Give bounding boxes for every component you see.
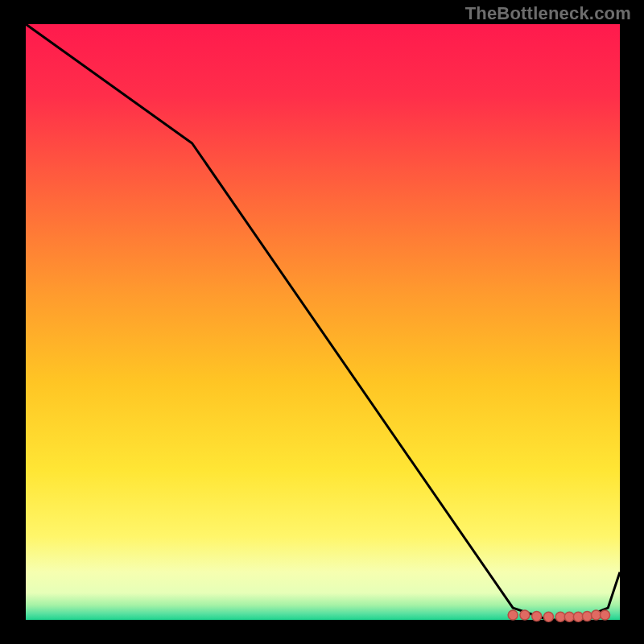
chart-marker bbox=[532, 612, 542, 621]
chart-marker bbox=[573, 612, 583, 621]
chart-marker bbox=[543, 612, 553, 621]
plot-svg bbox=[0, 0, 644, 644]
chart-marker bbox=[508, 610, 518, 620]
chart-markers bbox=[508, 610, 609, 621]
chart-marker bbox=[520, 610, 530, 620]
chart-marker bbox=[591, 610, 601, 620]
chart-marker bbox=[601, 610, 610, 620]
plot-area bbox=[0, 0, 644, 644]
chart-marker bbox=[555, 612, 565, 621]
chart-marker bbox=[582, 612, 592, 621]
gradient-background bbox=[26, 24, 620, 620]
chart-root: TheBottleneck.com bbox=[0, 0, 644, 644]
chart-marker bbox=[564, 612, 574, 621]
